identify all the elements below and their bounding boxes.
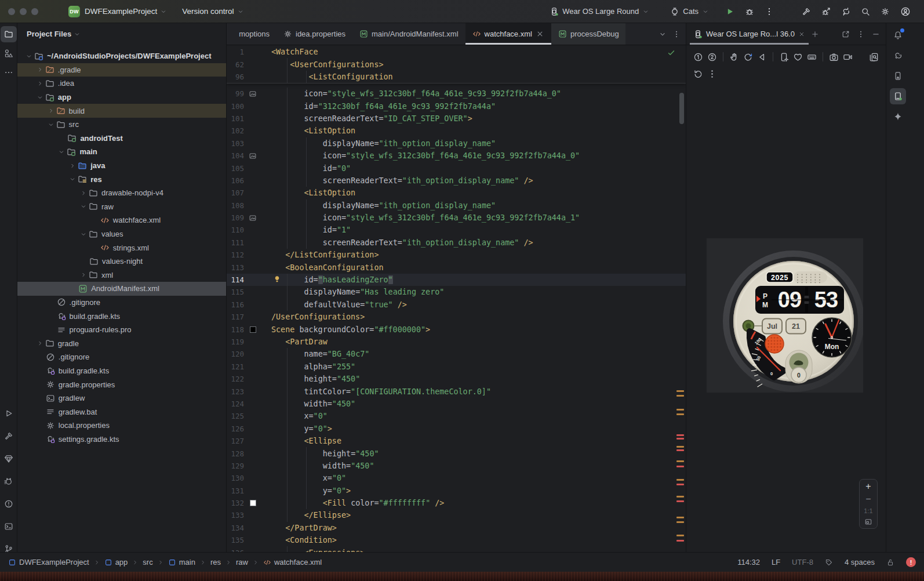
code-line-132[interactable]: 132<Fill color="#ffffffff" /> — [227, 497, 686, 509]
tree-item[interactable]: build — [17, 104, 226, 118]
code-line-1[interactable]: 1<WatchFace — [227, 46, 686, 58]
tool-strip-more-tool-windows[interactable] — [1, 64, 17, 81]
analysis-mark[interactable] — [676, 460, 684, 462]
tree-item[interactable]: .idea — [17, 77, 226, 90]
code-line-134[interactable]: 134</PartDraw> — [227, 522, 686, 534]
analysis-mark[interactable] — [676, 446, 684, 448]
analysis-mark[interactable] — [676, 479, 684, 481]
color-swatch-black[interactable] — [250, 326, 256, 333]
account-button[interactable] — [895, 6, 916, 17]
run-button[interactable] — [720, 7, 740, 16]
code-line-108[interactable]: 108displayName="ith_option_display_name" — [227, 199, 686, 212]
tree-item[interactable]: res — [17, 172, 226, 186]
zoom-fit-icon[interactable] — [864, 518, 872, 526]
code-line-104[interactable]: 104icon="style_wfs_312c30bf_f64a_461e_9c… — [227, 150, 686, 162]
code-line-131[interactable]: 131y="0"> — [227, 485, 686, 497]
breadcrumb-item[interactable]: watchface.xml — [263, 558, 322, 567]
zoom-in-button[interactable]: + — [865, 482, 871, 491]
window-zoom-button[interactable] — [31, 8, 38, 15]
color-swatch-white[interactable] — [250, 500, 256, 506]
code-line-123[interactable]: 123tintColor="[CONFIGURATION.themeColor.… — [227, 385, 686, 397]
analysis-mark[interactable] — [676, 434, 684, 436]
code-line-127[interactable]: 127<Ellipse — [227, 435, 686, 447]
tree-item[interactable]: strings.xml — [17, 241, 226, 255]
tool-strip-resource-manager[interactable] — [1, 45, 17, 61]
device-tool-rotate[interactable] — [743, 52, 753, 62]
tree-item[interactable]: values — [17, 227, 226, 241]
style-tag-icon[interactable] — [825, 558, 833, 567]
code-line-103[interactable]: 103displayName="ith_option_display_name" — [227, 137, 686, 150]
breadcrumb-item[interactable]: DWFExampleProject — [8, 558, 89, 567]
code-line-107[interactable]: 107<ListOption — [227, 187, 686, 199]
breadcrumb-item[interactable]: raw — [236, 558, 248, 567]
open-in-window-icon[interactable] — [842, 30, 850, 38]
kebab-icon[interactable] — [857, 30, 865, 38]
device-tool-hand[interactable] — [729, 52, 739, 62]
tool-strip-build[interactable] — [1, 428, 17, 444]
analysis-mark[interactable] — [676, 438, 684, 440]
build-button[interactable] — [796, 7, 816, 16]
profiler-button[interactable] — [816, 7, 836, 16]
inspections-ok-icon[interactable] — [667, 49, 675, 57]
code-line-99[interactable]: 99icon="style_wfs_312c30bf_f64a_461e_9c9… — [227, 88, 686, 100]
analysis-mark[interactable] — [676, 409, 684, 411]
code-line-112[interactable]: 112</ListConfiguration> — [227, 249, 686, 261]
breadcrumb-item[interactable]: main — [168, 558, 195, 567]
debug-button[interactable] — [740, 7, 759, 16]
tree-item[interactable]: AndroidManifest.xml — [17, 282, 226, 296]
tree-item[interactable]: watchface.xml — [17, 213, 226, 227]
device-tool-phoneGear[interactable] — [779, 52, 789, 62]
code-line-100[interactable]: 100id="312c30bf_f64a_461e_9c93_992f2fb7a… — [227, 100, 686, 112]
device-tool-camera[interactable] — [829, 52, 839, 62]
tool-strip-run[interactable] — [1, 405, 17, 422]
code-line-101[interactable]: 101screenReaderText="ID_CAT_STEP_OVER"> — [227, 112, 686, 125]
project-view-selector[interactable]: Project Files — [27, 30, 81, 38]
device-tool-screenshot[interactable] — [869, 52, 879, 62]
gradle-sync-button[interactable] — [836, 7, 856, 16]
code-line-130[interactable]: 130x="0" — [227, 472, 686, 484]
tree-item[interactable]: src — [17, 118, 226, 132]
breadcrumb-item[interactable]: app — [104, 558, 128, 567]
error-indicator[interactable]: ! — [906, 557, 916, 567]
lock-open-icon[interactable] — [886, 558, 894, 567]
code-line-115[interactable]: 115displayName="Has leading zero" — [227, 286, 686, 298]
line-ending[interactable]: LF — [772, 558, 780, 567]
device-tool-keyboard[interactable] — [807, 52, 817, 62]
code-line-118[interactable]: 118Scene backgroundColor="#ff000000"> — [227, 323, 686, 335]
code-line-114[interactable]: 114id="hasLeadingZero" — [227, 274, 686, 286]
code-area[interactable]: 99icon="style_wfs_312c30bf_f64a_461e_9c9… — [227, 88, 686, 552]
breadcrumb-item[interactable]: res — [210, 558, 221, 567]
tree-item[interactable]: .gitignore — [17, 350, 226, 364]
project-selector[interactable]: DWFExampleProject — [85, 7, 167, 16]
more-actions-button[interactable] — [759, 7, 779, 16]
analysis-mark[interactable] — [676, 390, 684, 392]
code-line-110[interactable]: 110id="1" — [227, 224, 686, 236]
code-line-126[interactable]: 126y="0"> — [227, 423, 686, 435]
code-line-135[interactable]: 135<Condition> — [227, 534, 686, 546]
run-configuration-selector[interactable]: Cats — [665, 7, 714, 16]
tree-item[interactable]: proguard-rules.pro — [17, 323, 226, 337]
device-tab[interactable]: Wear OS Large Ro...l 36.0 — [692, 23, 806, 45]
code-line-122[interactable]: 122height="450" — [227, 373, 686, 385]
tree-item[interactable]: main — [17, 145, 226, 159]
caret-position[interactable]: 114:32 — [737, 558, 760, 567]
code-line-124[interactable]: 124width="450" — [227, 398, 686, 410]
tool-strip-terminal[interactable] — [1, 518, 17, 535]
tool-strip-problems[interactable] — [1, 496, 17, 512]
analysis-mark[interactable] — [676, 540, 684, 542]
breadcrumb-item[interactable]: src — [143, 558, 152, 567]
tree-item[interactable]: gradle — [17, 336, 226, 350]
file-encoding[interactable]: UTF-8 — [792, 558, 813, 567]
editor-tab[interactable]: idea.properties — [277, 23, 352, 45]
tree-item[interactable]: settings.gradle.kts — [17, 433, 226, 446]
tree-item[interactable]: app — [17, 90, 226, 104]
close-icon[interactable] — [798, 31, 805, 38]
code-line-133[interactable]: 133</Ellipse> — [227, 509, 686, 521]
search-everywhere-button[interactable] — [856, 7, 875, 16]
zoom-out-button[interactable]: − — [865, 495, 871, 504]
emulator-screen[interactable]: 2025 P M 09 53 — [707, 238, 863, 393]
tree-item[interactable]: local.properties — [17, 419, 226, 433]
tool-strip-gemini[interactable] — [890, 108, 906, 125]
analysis-mark[interactable] — [676, 521, 684, 523]
tree-item[interactable]: build.gradle.kts — [17, 364, 226, 378]
